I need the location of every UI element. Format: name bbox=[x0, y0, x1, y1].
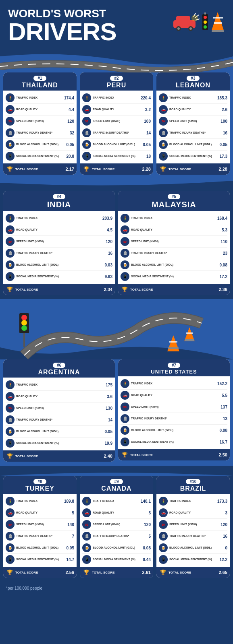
stat-traffic-canada: 🚦 TRAFFIC INDEX 140.1 bbox=[82, 495, 151, 507]
stat-road-argentina: 🚗 ROAD QUALITY 3.6 bbox=[6, 391, 112, 402]
road-decoration-mid2 bbox=[0, 466, 233, 476]
stat-alcohol-india: 🍺 BLOOD ALCOHOL LIMIT (g/dl) 0.03 bbox=[6, 259, 112, 271]
svg-rect-1 bbox=[176, 16, 190, 22]
page-header: WORLD'S WORST DRIVERS bbox=[0, 0, 233, 48]
stat-road-quality-thailand: 🚗 ROAD QUALITY 4.4 bbox=[6, 104, 74, 116]
stat-traffic-malaysia: 🚦 TRAFFIC INDEX 168.4 bbox=[121, 213, 227, 224]
stat-alcohol-turkey: 🍺 BLOOD ALCOHOL LIMIT (g/dl) 0.05 bbox=[6, 542, 74, 554]
svg-rect-28 bbox=[186, 332, 193, 334]
svg-rect-16 bbox=[213, 17, 223, 19]
beer-stat-icon: 🍺 bbox=[6, 140, 15, 149]
rank-brazil: #10 bbox=[186, 479, 201, 484]
country-card-malaysia: #5 MALAYSIA 🚦 TRAFFIC INDEX 168.4 🚗 ROAD… bbox=[118, 191, 230, 295]
stat-road-india: 🚗 ROAD QUALITY 4.5 bbox=[6, 224, 112, 236]
stat-deaths-argentina: 🪦 TRAFFIC INJURY DEATHS* 14 bbox=[6, 414, 112, 426]
stat-alcohol-argentina: 🍺 BLOOD ALCOHOL LIMIT (g/dl) 0.05 bbox=[6, 426, 112, 438]
stat-social-us: 📱 SOCIAL MEDIA SENTIMENT (%) 16.7 bbox=[121, 436, 227, 448]
svg-rect-17 bbox=[214, 22, 222, 24]
rank-argentina: #6 bbox=[53, 363, 65, 368]
svg-rect-25 bbox=[169, 341, 177, 343]
country-header-lebanon: #3 LEBANON bbox=[156, 72, 230, 91]
car-stat-icon: 🚗 bbox=[6, 105, 15, 114]
stat-deaths-brazil: 🪦 TRAFFIC INJURY DEATHS* 16 bbox=[159, 530, 227, 542]
car-crash-icon bbox=[171, 10, 200, 32]
svg-point-3 bbox=[177, 27, 180, 30]
stat-speed-thailand: 50 SPEED LIMIT (km/h) 120 bbox=[6, 116, 74, 127]
svg-point-5 bbox=[189, 27, 192, 30]
stat-road-brazil: 🚗 ROAD QUALITY 3 bbox=[159, 507, 227, 519]
stat-alcohol-thailand: 🍺 BLOOD ALCOHOL LIMIT (g/dl) 0.05 bbox=[6, 139, 74, 151]
country-card-india: #4 INDIA 🚦 TRAFFIC INDEX 203.9 🚗 ROAD QU… bbox=[3, 191, 115, 295]
svg-rect-29 bbox=[185, 339, 194, 341]
total-turkey: 🏆 TOTAL SCORE 2.56 bbox=[3, 567, 77, 578]
total-us: 🏆 TOTAL SCORE 2.50 bbox=[118, 449, 230, 460]
top-three-section: #1 THAILAND 🚦 TRAFFIC INDEX 174.4 🚗 ROAD… bbox=[0, 72, 233, 179]
stat-social-canada: 📱 SOCIAL MEDIA SENTIMENT (%) 8.44 bbox=[82, 554, 151, 565]
stat-alcohol-malaysia: 🍺 BLOOD ALCOHOL LIMIT (g/dl) 0.08 bbox=[121, 259, 227, 271]
stat-speed-brazil: 50 SPEED LIMIT (km/h) 120 bbox=[159, 519, 227, 530]
stat-traffic-argentina: 🚦 TRAFFIC INDEX 175 bbox=[6, 379, 112, 391]
stat-traffic-turkey: 🚦 TRAFFIC INDEX 189.8 bbox=[6, 495, 74, 507]
total-thailand: 🏆 TOTAL SCORE 2.17 bbox=[3, 163, 77, 175]
stat-social-thailand: 📱 SOCIAL MEDIA SENTIMENT (%) 20.8 bbox=[6, 151, 74, 162]
india-malaysia-section: #4 INDIA 🚦 TRAFFIC INDEX 203.9 🚗 ROAD QU… bbox=[0, 191, 233, 299]
bottom-three-grid: #8 TURKEY 🚦 TRAFFIC INDEX 189.8 🚗 ROAD Q… bbox=[0, 476, 233, 578]
stat-speed-india: 50 SPEED LIMIT (km/h) 120 bbox=[6, 236, 112, 248]
stat-speed-canada: 50 SPEED LIMIT (km/h) 120 bbox=[82, 519, 151, 530]
stat-traffic-india: 🚦 TRAFFIC INDEX 203.9 bbox=[6, 213, 112, 224]
rank-malaysia: #5 bbox=[168, 194, 180, 199]
name-argentina: ARGENTINA bbox=[4, 369, 114, 376]
rank-peru: #2 bbox=[110, 76, 123, 81]
stat-social-lebanon: 📱 SOCIAL MEDIA SENTIMENT (%) 17.3 bbox=[159, 151, 227, 162]
stat-traffic-brazil: 🚦 TRAFFIC INDEX 173.3 bbox=[159, 495, 227, 507]
rank-lebanon: #3 bbox=[187, 76, 199, 81]
svg-point-12 bbox=[204, 21, 207, 24]
road-decoration-top bbox=[0, 48, 233, 72]
country-header-thailand: #1 THAILAND bbox=[3, 72, 77, 91]
country-card-canada: #9 CANADA 🚦 TRAFFIC INDEX 140.1 🚗 ROAD Q… bbox=[80, 476, 153, 578]
stat-speed-peru: 50 SPEED LIMIT (km/h) 100 bbox=[82, 116, 151, 127]
stat-road-us: 🚗 ROAD QUALITY 5.5 bbox=[121, 390, 227, 401]
stat-deaths-malaysia: 🪦 TRAFFIC INJURY DEATHS* 23 bbox=[121, 248, 227, 259]
total-canada: 🏆 TOTAL SCORE 2.61 bbox=[80, 567, 153, 578]
name-brazil: BRAZIL bbox=[157, 485, 229, 492]
country-card-us: #7 UNITED STATES 🚦 TRAFFIC INDEX 152.2 🚗… bbox=[118, 359, 230, 462]
stat-alcohol-lebanon: 🍺 BLOOD ALCOHOL LIMIT (g/dl) 0.05 bbox=[159, 139, 227, 151]
road-decoration-mid1 bbox=[0, 179, 233, 191]
name-lebanon: LEBANON bbox=[157, 82, 229, 89]
stat-speed-us: 50 SPEED LIMIT (km/h) 137 bbox=[121, 401, 227, 413]
rank-canada: #9 bbox=[110, 479, 123, 484]
stat-road-turkey: 🚗 ROAD QUALITY 5 bbox=[6, 507, 74, 519]
svg-rect-26 bbox=[168, 347, 179, 349]
stat-road-malaysia: 🚗 ROAD QUALITY 5.3 bbox=[121, 224, 227, 236]
country-header-turkey: #8 TURKEY bbox=[3, 476, 77, 494]
stat-road-canada: 🚗 ROAD QUALITY 5 bbox=[82, 507, 151, 519]
rank-turkey: #8 bbox=[33, 479, 46, 484]
svg-point-11 bbox=[204, 16, 207, 19]
body-peru: 🚦 TRAFFIC INDEX 220.4 🚗 ROAD QUALITY 3.2… bbox=[80, 91, 153, 163]
svg-point-22 bbox=[21, 320, 27, 326]
stat-social-india: 📱 SOCIAL MEDIA SENTIMENT (%) 9.63 bbox=[6, 271, 112, 282]
body-turkey: 🚦 TRAFFIC INDEX 189.8 🚗 ROAD QUALITY 5 5… bbox=[3, 494, 77, 567]
country-card-peru: #2 PERU 🚦 TRAFFIC INDEX 220.4 🚗 ROAD QUA… bbox=[80, 72, 153, 175]
stat-traffic-lebanon: 🚦 TRAFFIC INDEX 185.3 bbox=[159, 92, 227, 104]
name-india: INDIA bbox=[4, 200, 114, 209]
stat-road-peru: 🚗 ROAD QUALITY 3.2 bbox=[82, 104, 151, 116]
stat-deaths-lebanon: 🪦 TRAFFIC INJURY DEATHS* 16 bbox=[159, 127, 227, 139]
stat-alcohol-brazil: 🍺 BLOOD ALCOHOL LIMIT (g/dl) 0 bbox=[159, 542, 227, 554]
stat-alcohol-canada: 🍺 BLOOD ALCOHOL LIMIT (g/dl) 0.08 bbox=[82, 542, 151, 554]
arg-us-section: #6 ARGENTINA 🚦 TRAFFIC INDEX 175 🚗 ROAD … bbox=[0, 359, 233, 466]
body-thailand: 🚦 TRAFFIC INDEX 174.4 🚗 ROAD QUALITY 4.4… bbox=[3, 91, 77, 163]
rank-india: #4 bbox=[53, 194, 65, 199]
stat-speed-turkey: 50 SPEED LIMIT (km/h) 140 bbox=[6, 519, 74, 530]
country-card-thailand: #1 THAILAND 🚦 TRAFFIC INDEX 174.4 🚗 ROAD… bbox=[3, 72, 77, 175]
footnote: *per 100,000 people bbox=[0, 582, 233, 594]
country-card-lebanon: #3 LEBANON 🚦 TRAFFIC INDEX 185.3 🚗 ROAD … bbox=[156, 72, 230, 175]
stat-social-turkey: 📱 SOCIAL MEDIA SENTIMENT (%) 14.7 bbox=[6, 554, 74, 565]
svg-point-13 bbox=[204, 25, 207, 29]
stat-social-brazil: 📱 SOCIAL MEDIA SENTIMENT (%) 12.2 bbox=[159, 554, 227, 565]
phone-stat-icon: 📱 bbox=[6, 152, 15, 161]
stat-traffic-index-thailand: 🚦 TRAFFIC INDEX 174.4 bbox=[6, 92, 74, 104]
cone-icon bbox=[211, 10, 225, 32]
country-card-argentina: #6 ARGENTINA 🚦 TRAFFIC INDEX 175 🚗 ROAD … bbox=[3, 359, 115, 462]
